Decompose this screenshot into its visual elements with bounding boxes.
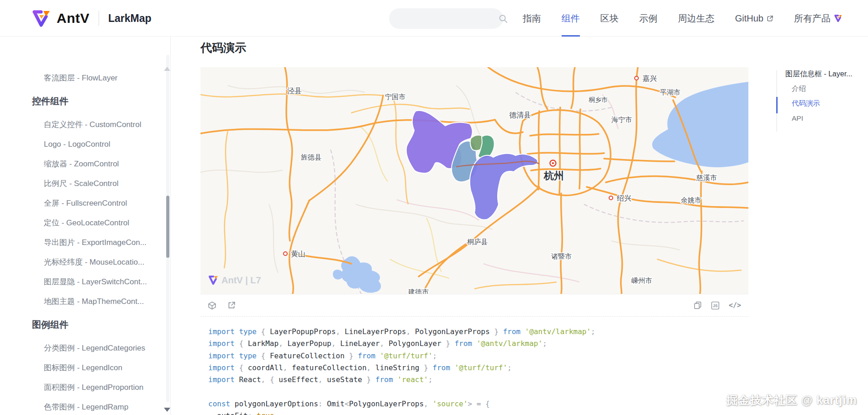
map-label: 泾县 <box>287 87 302 95</box>
nav-item-label: 所有产品 <box>794 12 831 25</box>
source-code-icon[interactable]: </> <box>729 301 741 309</box>
map-label: 绍兴 <box>616 194 631 202</box>
city-marker <box>635 76 638 80</box>
section-title: 代码演示 <box>200 40 246 55</box>
nav-item[interactable]: GitHub <box>735 0 773 37</box>
map-label: 黄山 <box>291 250 305 258</box>
nav-item-label: 指南 <box>523 12 541 25</box>
map-label: 宁国市 <box>385 93 405 101</box>
map-label: 建德市 <box>408 288 429 294</box>
code-line: import type { FeatureCollection } from '… <box>208 350 748 362</box>
demo-toolbar: JS </> <box>200 294 748 317</box>
js-toggle-icon[interactable]: JS <box>711 301 720 310</box>
map-label: 嘉兴 <box>642 74 657 82</box>
sidebar-scrollbar-thumb[interactable] <box>166 196 169 258</box>
toc-active-indicator <box>776 97 778 113</box>
sidebar-item[interactable]: 自定义控件 - CustomControl <box>0 115 170 134</box>
sidebar-item[interactable]: 全屏 - FullscreenControl <box>0 193 170 213</box>
codesandbox-icon[interactable] <box>208 301 216 310</box>
nav-item[interactable]: 区块 <box>600 0 619 37</box>
open-external-icon[interactable] <box>227 301 236 309</box>
source-code-icon-label: </> <box>729 301 741 309</box>
map-label: 平湖市 <box>660 88 680 96</box>
sidebar-item[interactable]: 定位 - GeoLocateControl <box>0 213 170 233</box>
scroll-down-arrow-icon[interactable] <box>164 408 170 412</box>
map-label: 桐乡市 <box>589 96 608 103</box>
capital-city-marker-dot <box>552 162 554 164</box>
brand-divider <box>99 11 99 26</box>
nav-item[interactable]: 组件 <box>562 0 580 37</box>
sidebar-item[interactable]: 色带图例 - LegendRamp <box>0 397 170 415</box>
toc-item[interactable]: API <box>792 114 803 122</box>
header-nav: 指南组件区块示例周边生态GitHub所有产品 <box>523 0 842 37</box>
main-content: 代码演示 <box>171 37 868 415</box>
nav-item-label: 组件 <box>562 12 580 25</box>
code-block[interactable]: import type { LayerPopupProps, LineLayer… <box>200 317 748 415</box>
brand-area[interactable]: AntV LarkMap <box>31 0 152 37</box>
header: AntV LarkMap 指南组件区块示例周边生态GitHub所有产品 <box>0 0 868 37</box>
map-label: 嵊州市 <box>631 277 652 284</box>
nav-item-label: 示例 <box>639 12 658 25</box>
nav-item[interactable]: 示例 <box>639 0 658 37</box>
sidebar-item[interactable]: 客流图层 - FlowLayer <box>0 68 170 88</box>
sidebar-item[interactable]: 光标经纬度 - MouseLocatio... <box>0 252 170 272</box>
sidebar: 客流图层 - FlowLayer控件组件自定义控件 - CustomContro… <box>0 37 171 415</box>
demo-card: 泾县宁国市德清县嘉兴桐乡市平湖市海宁市旌德县杭州绍兴慈溪市余姚市黄山桐庐县诸暨市… <box>200 67 748 415</box>
nav-item[interactable]: 周边生态 <box>678 0 715 37</box>
search-input[interactable] <box>389 15 498 23</box>
map-label: 桐庐县 <box>467 238 488 245</box>
map-attribution-text: AntV | L7 <box>221 275 261 285</box>
sidebar-item[interactable]: 分类图例 - LegendCategories <box>0 338 170 358</box>
toolbar-right-group: JS </> <box>694 301 741 310</box>
search-icon <box>498 14 508 24</box>
nav-item-label: 区块 <box>600 12 619 25</box>
toc-item[interactable]: 代码演示 <box>792 99 820 108</box>
sidebar-list: 客流图层 - FlowLayer控件组件自定义控件 - CustomContro… <box>0 37 170 415</box>
scroll-up-arrow-icon[interactable] <box>164 67 170 71</box>
brand-name: AntV <box>57 11 89 26</box>
sidebar-item[interactable]: 比例尺 - ScaleControl <box>0 174 170 193</box>
sidebar-section-header: 图例组件 <box>0 315 170 335</box>
map-label: 慈溪市 <box>696 174 717 181</box>
toolbar-left-group <box>208 301 236 310</box>
code-line: import type { LayerPopupProps, LineLayer… <box>208 326 748 338</box>
toc-item[interactable]: 介绍 <box>792 84 806 94</box>
map-label: 余姚市 <box>681 196 701 204</box>
code-line <box>208 386 748 398</box>
map-canvas[interactable]: 泾县宁国市德清县嘉兴桐乡市平湖市海宁市旌德县杭州绍兴慈溪市余姚市黄山桐庐县诸暨市… <box>200 67 748 294</box>
code-line: autoFit: true, <box>208 410 748 415</box>
sidebar-section-header: 控件组件 <box>0 91 170 111</box>
nav-item[interactable]: 所有产品 <box>794 0 842 37</box>
map-label: 德清县 <box>509 111 531 119</box>
sidebar-item[interactable]: Logo - LogoControl <box>0 134 170 154</box>
nav-item-label: 周边生态 <box>678 12 715 25</box>
toc-title[interactable]: 图层信息框 - Layer... <box>785 69 852 79</box>
github-external-icon <box>767 15 773 22</box>
sidebar-item[interactable]: 缩放器 - ZoomControl <box>0 154 170 174</box>
antv-logo-icon <box>31 9 51 27</box>
code-line: const polygonLayerOptions: Omit<PolygonL… <box>208 398 748 410</box>
map-label: 杭州 <box>543 170 564 181</box>
sidebar-item[interactable]: 导出图片 - ExportImageCon... <box>0 233 170 252</box>
product-name: LarkMap <box>108 12 152 25</box>
sidebar-item[interactable]: 地图主题 - MapThemeCont... <box>0 292 170 311</box>
sidebar-item[interactable]: 图层显隐 - LayerSwitchCont... <box>0 272 170 292</box>
map-label: 海宁市 <box>611 116 632 123</box>
nav-item-label: GitHub <box>735 13 763 24</box>
code-line: import { coordAll, featureCollection, li… <box>208 362 748 374</box>
city-marker <box>284 252 287 255</box>
search-box[interactable] <box>389 8 503 29</box>
code-line: import React, { useEffect, useState } fr… <box>208 374 748 386</box>
sidebar-item[interactable]: 面积图例 - LegendProportion <box>0 378 170 397</box>
antv-mini-logo-icon <box>834 14 842 22</box>
copy-icon[interactable] <box>694 301 702 309</box>
svg-text:JS: JS <box>713 303 718 308</box>
page: AntV LarkMap 指南组件区块示例周边生态GitHub所有产品 客流图层… <box>0 0 868 415</box>
code-line: import { LarkMap, LayerPopup, LineLayer,… <box>208 338 748 350</box>
sidebar-item[interactable]: 图标图例 - LegendIcon <box>0 358 170 378</box>
nav-item[interactable]: 指南 <box>523 0 541 37</box>
map-label: 旌德县 <box>300 153 321 161</box>
map-label: 诸暨市 <box>551 252 572 260</box>
city-marker <box>609 196 613 200</box>
